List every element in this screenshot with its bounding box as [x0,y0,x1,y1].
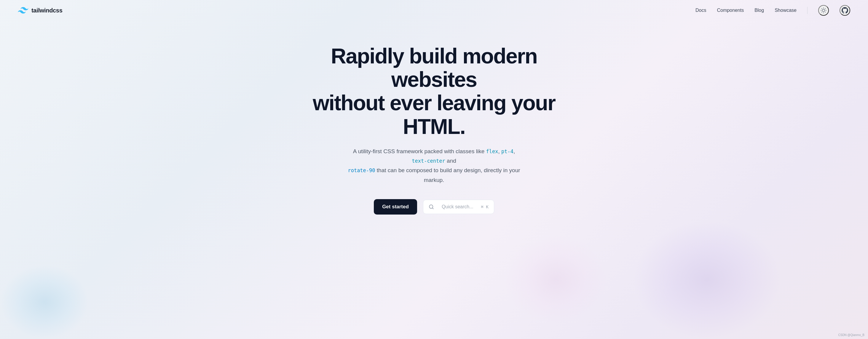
nav-item-showcase[interactable]: Showcase [775,8,797,13]
subtitle-and: and [445,158,456,164]
watermark: CSDN @Qianmo_B [838,333,864,337]
github-icon [842,7,848,13]
get-started-button[interactable]: Get started [374,199,417,215]
nav-item-components[interactable]: Components [717,8,744,13]
page-wrapper: tailwindcss Docs Components Blog Showcas… [0,0,868,339]
nav-item-blog[interactable]: Blog [754,8,764,13]
logo-text: tailwindcss [31,7,63,14]
code-flex: flex [486,149,498,154]
github-button[interactable] [840,5,850,16]
hero-section: Rapidly build modern websites without ev… [0,21,868,250]
hero-subtitle: A utility-first CSS framework packed wit… [345,147,523,185]
subtitle-comma1: , [498,148,501,154]
bg-blob-2 [0,265,89,339]
svg-point-0 [823,9,825,11]
navbar: tailwindcss Docs Components Blog Showcas… [0,0,868,21]
nav-link-components[interactable]: Components [717,8,744,13]
svg-line-10 [432,208,433,209]
theme-toggle-button[interactable] [818,5,829,16]
subtitle-comma2: , [514,148,515,154]
code-rotate90: rotate-90 [348,167,375,173]
nav-divider [807,7,808,14]
search-icon [429,204,434,210]
code-text-center: text-center [412,158,445,164]
nav-link-docs[interactable]: Docs [695,8,706,13]
subtitle-prefix: A utility-first CSS framework packed wit… [353,148,486,154]
sun-icon [820,7,827,13]
svg-line-7 [822,12,822,12]
search-shortcut-badge: ⌘ K [481,205,489,209]
svg-line-4 [825,12,825,12]
hero-title-line1: Rapidly build modern websites [331,44,537,91]
hero-title-line2: without ever leaving your HTML. [313,91,555,138]
hero-title: Rapidly build modern websites without ev… [301,44,567,138]
code-pt4: pt-4 [501,149,514,154]
nav-item-docs[interactable]: Docs [695,8,706,13]
nav-links: Docs Components Blog Showcase [695,8,797,13]
logo[interactable]: tailwindcss [18,6,63,14]
hero-actions: Get started Quick search... ⌘ K [374,199,494,215]
search-placeholder-text: Quick search... [437,204,478,210]
subtitle-suffix: that can be composed to build any design… [375,167,520,183]
tailwind-logo-icon [18,6,28,14]
nav-link-showcase[interactable]: Showcase [775,8,797,13]
nav-link-blog[interactable]: Blog [754,8,764,13]
quick-search-box[interactable]: Quick search... ⌘ K [423,200,494,214]
nav-right: Docs Components Blog Showcase [695,5,850,16]
